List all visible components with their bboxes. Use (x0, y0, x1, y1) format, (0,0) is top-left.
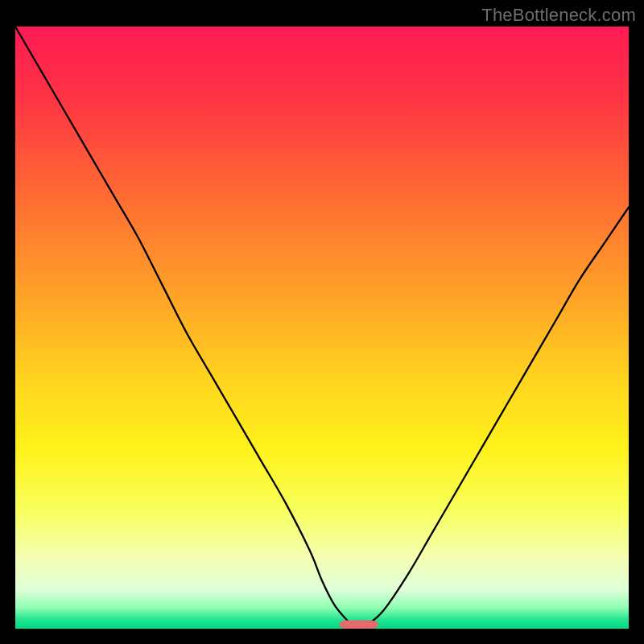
minimum-marker (339, 621, 378, 629)
chart-frame: TheBottleneck.com (0, 0, 644, 644)
bottleneck-plot (15, 27, 629, 629)
gradient-background (15, 27, 629, 629)
watermark-text: TheBottleneck.com (481, 5, 636, 26)
plot-svg (15, 27, 629, 629)
